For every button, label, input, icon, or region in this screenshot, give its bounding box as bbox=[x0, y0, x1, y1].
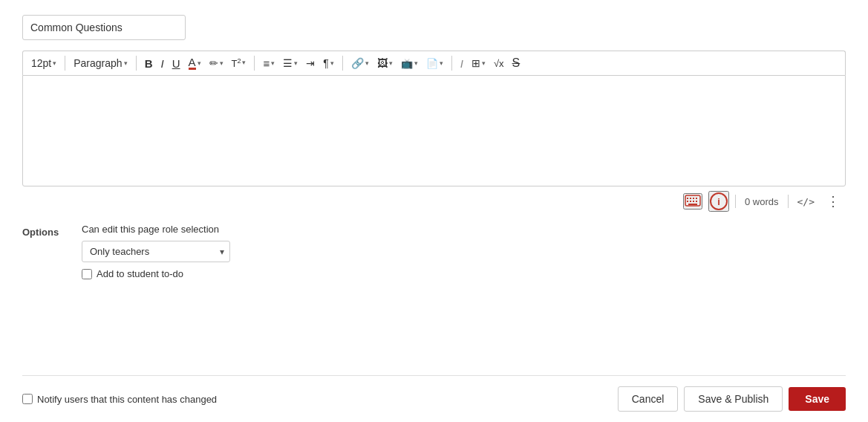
table-arrow: ▾ bbox=[482, 60, 486, 67]
text-color-button[interactable]: A ▾ bbox=[185, 54, 205, 72]
link-arrow: ▾ bbox=[365, 60, 369, 67]
role-select-wrapper: Only teachers Everyone Only admins ▾ bbox=[82, 241, 230, 262]
svg-rect-8 bbox=[696, 201, 697, 202]
divider-5 bbox=[451, 56, 452, 71]
bottom-bar: Notify users that this content has chang… bbox=[22, 375, 846, 422]
align-group: ≡ ▾ ☰ ▾ ⇥ ¶ ▾ bbox=[259, 56, 337, 71]
editor-area[interactable] bbox=[22, 75, 846, 186]
word-count: 0 words bbox=[742, 196, 782, 207]
font-size-group: 12pt ▾ bbox=[27, 56, 60, 71]
italic-button[interactable]: I bbox=[157, 56, 167, 71]
notify-checkbox[interactable] bbox=[22, 394, 33, 404]
media-button[interactable]: 📺 ▾ bbox=[397, 56, 422, 71]
svg-rect-7 bbox=[693, 201, 694, 202]
svg-rect-1 bbox=[687, 198, 688, 199]
image-button[interactable]: 🖼 ▾ bbox=[373, 56, 397, 71]
rtl-button[interactable]: ¶ ▾ bbox=[319, 56, 338, 71]
media-arrow: ▾ bbox=[414, 60, 418, 67]
svg-rect-6 bbox=[690, 201, 691, 202]
rtl-arrow: ▾ bbox=[330, 60, 334, 67]
keyboard-icon bbox=[685, 195, 701, 208]
add-to-todo-label: Add to student to-do bbox=[97, 268, 183, 279]
keyboard-icon-button[interactable] bbox=[683, 193, 702, 210]
align-button[interactable]: ≡ ▾ bbox=[259, 56, 278, 71]
editor-toolbar: 12pt ▾ Paragraph ▾ B I U A ▾ bbox=[22, 51, 846, 75]
footer-divider-1 bbox=[735, 195, 736, 208]
options-content: Can edit this page role selection Only t… bbox=[82, 224, 230, 279]
divider-3 bbox=[254, 56, 255, 71]
highlight-arrow: ▾ bbox=[220, 60, 223, 67]
html-view-button[interactable]: </> bbox=[794, 195, 818, 209]
accessibility-icon: i bbox=[710, 192, 728, 210]
accessibility-icon-button[interactable]: i bbox=[708, 191, 729, 212]
document-button[interactable]: 📄 ▾ bbox=[422, 56, 447, 71]
save-publish-button[interactable]: Save & Publish bbox=[684, 386, 783, 412]
document-arrow: ▾ bbox=[440, 60, 443, 67]
indent-button[interactable]: ⇥ bbox=[302, 56, 319, 71]
svg-rect-3 bbox=[693, 198, 694, 199]
divider-1 bbox=[65, 56, 65, 71]
align-arrow: ▾ bbox=[271, 60, 275, 67]
insert-group: 🔗 ▾ 🖼 ▾ 📺 ▾ 📄 ▾ bbox=[347, 56, 447, 71]
formula-button[interactable]: √x bbox=[490, 56, 508, 71]
svg-rect-9 bbox=[688, 204, 697, 205]
font-size-arrow: ▾ bbox=[53, 60, 56, 67]
list-arrow: ▾ bbox=[294, 60, 298, 67]
paragraph-arrow: ▾ bbox=[124, 60, 128, 67]
add-to-todo-row[interactable]: Add to student to-do bbox=[82, 268, 230, 279]
page-title-input[interactable] bbox=[22, 15, 186, 40]
strikethrough-button[interactable]: S bbox=[509, 55, 524, 71]
underline-button[interactable]: U bbox=[169, 56, 184, 71]
can-edit-label: Can edit this page role selection bbox=[82, 224, 230, 235]
svg-rect-4 bbox=[696, 198, 697, 199]
svg-rect-2 bbox=[690, 198, 691, 199]
divider-4 bbox=[342, 56, 343, 71]
notify-row[interactable]: Notify users that this content has chang… bbox=[22, 394, 217, 405]
cancel-button[interactable]: Cancel bbox=[618, 386, 679, 412]
link-button[interactable]: 🔗 ▾ bbox=[347, 56, 373, 71]
bold-button[interactable]: B bbox=[141, 56, 157, 71]
options-section: Options Can edit this page role selectio… bbox=[22, 216, 846, 287]
paragraph-group: Paragraph ▾ bbox=[70, 56, 131, 71]
highlight-button[interactable]: ✏ ▾ bbox=[206, 56, 227, 71]
role-select[interactable]: Only teachers Everyone Only admins bbox=[82, 241, 230, 262]
notify-label: Notify users that this content has chang… bbox=[37, 394, 217, 405]
text-color-arrow: ▾ bbox=[198, 60, 201, 67]
options-label: Options bbox=[22, 224, 67, 238]
svg-rect-5 bbox=[687, 201, 688, 202]
font-size-button[interactable]: 12pt ▾ bbox=[27, 56, 60, 71]
misc-group: I ⊞ ▾ √x S bbox=[457, 55, 523, 71]
text-format-group: B I U A ▾ ✏ ▾ T2 ▾ bbox=[141, 54, 250, 72]
image-arrow: ▾ bbox=[389, 60, 393, 67]
superscript-arrow: ▾ bbox=[242, 59, 246, 66]
editor-footer: i 0 words </> ⋮ bbox=[22, 186, 846, 216]
divider-2 bbox=[136, 56, 137, 71]
table-button[interactable]: ⊞ ▾ bbox=[468, 56, 489, 71]
paragraph-button[interactable]: Paragraph ▾ bbox=[70, 56, 131, 71]
superscript-button[interactable]: T2 ▾ bbox=[228, 56, 250, 71]
list-button[interactable]: ☰ ▾ bbox=[279, 56, 301, 71]
italic2-button[interactable]: I bbox=[457, 56, 467, 71]
footer-divider-2 bbox=[788, 195, 789, 208]
save-button[interactable]: Save bbox=[789, 387, 846, 411]
more-options-button[interactable]: ⋮ bbox=[823, 192, 843, 211]
bottom-actions: Cancel Save & Publish Save bbox=[618, 386, 846, 412]
page-container: 12pt ▾ Paragraph ▾ B I U A ▾ bbox=[0, 0, 868, 422]
add-to-todo-checkbox[interactable] bbox=[82, 269, 92, 279]
